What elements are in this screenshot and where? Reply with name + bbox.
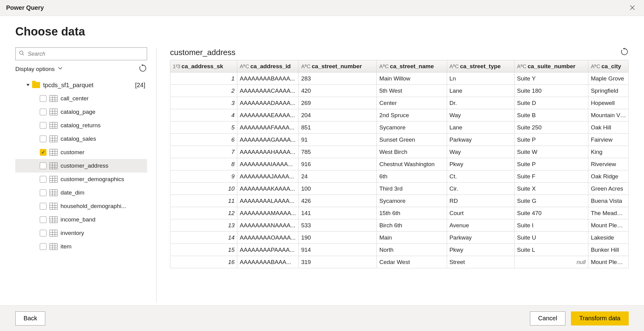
table-row[interactable]: 15AAAAAAAAPAAAA...914NorthPkwySuite LBun… xyxy=(170,244,629,256)
table-cell[interactable]: Suite B xyxy=(514,109,588,121)
table-cell[interactable]: 7 xyxy=(170,146,237,158)
table-cell[interactable]: Parkway xyxy=(447,134,514,146)
table-cell[interactable]: Birch 6th xyxy=(377,219,447,232)
table-cell[interactable]: Mount Pleasant xyxy=(588,219,629,232)
table-cell[interactable]: 13 xyxy=(170,219,237,232)
tree-item-checkbox[interactable] xyxy=(40,230,46,236)
table-cell[interactable]: Suite F xyxy=(514,170,588,183)
tree-item-checkbox[interactable] xyxy=(40,136,46,142)
table-cell[interactable]: 533 xyxy=(298,219,377,232)
column-header[interactable]: 1²3ca_address_sk xyxy=(170,60,237,73)
tree-item-checkbox[interactable] xyxy=(40,95,46,102)
table-cell[interactable]: Suite 470 xyxy=(514,207,588,219)
table-cell[interactable]: 3 xyxy=(170,97,237,109)
table-cell[interactable]: Fairview xyxy=(588,134,629,146)
table-cell[interactable]: 420 xyxy=(298,85,377,97)
table-row[interactable]: 2AAAAAAAACAAAA...4205th WestLaneSuite 18… xyxy=(170,85,629,97)
table-cell[interactable]: 6th xyxy=(377,170,447,183)
table-cell[interactable]: Cir. xyxy=(447,183,514,195)
table-row[interactable]: 6AAAAAAAAGAAAA...91Sunset GreenParkwaySu… xyxy=(170,134,629,146)
preview-table[interactable]: 1²3ca_address_skAᴮCca_address_idAᴮCca_st… xyxy=(170,60,629,268)
table-cell[interactable]: Court xyxy=(447,207,514,219)
table-row[interactable]: 14AAAAAAAAOAAAA...190MainParkwaySuite UL… xyxy=(170,232,629,244)
table-row[interactable]: 11AAAAAAAALAAAA...426SycamoreRDSuite GBu… xyxy=(170,195,629,207)
refresh-tree-button[interactable] xyxy=(139,64,147,74)
table-cell[interactable]: AAAAAAAAHAAAA... xyxy=(237,146,299,158)
table-cell[interactable]: 15 xyxy=(170,244,237,256)
table-cell[interactable]: Street xyxy=(447,256,514,268)
tree-item-checkbox[interactable] xyxy=(40,109,46,115)
tree-item-checkbox[interactable] xyxy=(40,243,46,250)
table-cell[interactable]: Suite P xyxy=(514,158,588,170)
table-cell[interactable]: Green Acres xyxy=(588,183,629,195)
table-cell[interactable]: AAAAAAAAOAAAA... xyxy=(237,232,299,244)
table-cell[interactable]: 1 xyxy=(170,73,237,85)
tree-item-inventory[interactable]: inventory xyxy=(15,226,147,240)
column-header[interactable]: AᴮCca_address_id xyxy=(237,60,299,73)
table-cell[interactable]: AAAAAAAAPAAAA... xyxy=(237,244,299,256)
refresh-preview-button[interactable] xyxy=(620,47,629,58)
table-cell[interactable]: 2 xyxy=(170,85,237,97)
table-cell[interactable]: Suite 250 xyxy=(514,121,588,134)
tree-item-catalog_sales[interactable]: catalog_sales xyxy=(15,132,147,146)
table-cell[interactable]: 100 xyxy=(298,183,377,195)
table-cell[interactable]: Suite D xyxy=(514,97,588,109)
table-cell[interactable]: 204 xyxy=(298,109,377,121)
table-cell[interactable]: 91 xyxy=(298,134,377,146)
column-header[interactable]: AᴮCca_street_name xyxy=(377,60,447,73)
table-cell[interactable]: Oak Ridge xyxy=(588,170,629,183)
table-cell[interactable]: Hopewell xyxy=(588,97,629,109)
table-cell[interactable]: 11 xyxy=(170,195,237,207)
table-cell[interactable]: Sycamore xyxy=(377,195,447,207)
table-cell[interactable]: AAAAAAAAJAAAA... xyxy=(237,170,299,183)
column-header[interactable]: AᴮCca_street_number xyxy=(298,60,377,73)
table-cell[interactable]: 851 xyxy=(298,121,377,134)
table-cell[interactable]: Pkwy xyxy=(447,158,514,170)
table-cell[interactable]: Riverview xyxy=(588,158,629,170)
table-cell[interactable]: AAAAAAAAKAAAA... xyxy=(237,183,299,195)
table-cell[interactable]: Lakeside xyxy=(588,232,629,244)
column-header[interactable]: AᴮCca_suite_number xyxy=(514,60,588,73)
table-cell[interactable]: Chestnut Washington xyxy=(377,158,447,170)
tree-item-catalog_page[interactable]: catalog_page xyxy=(15,105,147,119)
display-options-button[interactable] xyxy=(58,66,63,72)
close-button[interactable] xyxy=(627,3,638,13)
table-cell[interactable]: 10 xyxy=(170,183,237,195)
table-cell[interactable]: 14 xyxy=(170,232,237,244)
table-cell[interactable]: 914 xyxy=(298,244,377,256)
table-cell[interactable]: Main xyxy=(377,232,447,244)
table-row[interactable]: 7AAAAAAAAHAAAA...785West BirchWaySuite W… xyxy=(170,146,629,158)
table-cell[interactable]: Suite I xyxy=(514,219,588,232)
table-cell[interactable]: AAAAAAAADAAAA... xyxy=(237,97,299,109)
table-cell[interactable]: Avenue xyxy=(447,219,514,232)
table-cell[interactable]: 5 xyxy=(170,121,237,134)
tree-item-checkbox[interactable] xyxy=(40,162,46,169)
table-cell[interactable]: AAAAAAAAGAAAA... xyxy=(237,134,299,146)
table-cell[interactable]: 785 xyxy=(298,146,377,158)
tree-item-call_center[interactable]: call_center xyxy=(15,92,147,105)
table-cell[interactable]: 141 xyxy=(298,207,377,219)
table-cell[interactable]: Suite L xyxy=(514,244,588,256)
table-row[interactable]: 9AAAAAAAAJAAAA...246thCt.Suite FOak Ridg… xyxy=(170,170,629,183)
table-cell[interactable]: Lane xyxy=(447,85,514,97)
table-cell[interactable]: Pkwy xyxy=(447,244,514,256)
table-cell[interactable]: Third 3rd xyxy=(377,183,447,195)
table-cell[interactable]: Suite X xyxy=(514,183,588,195)
table-cell[interactable]: 319 xyxy=(298,256,377,268)
table-row[interactable]: 5AAAAAAAAFAAAA...851SycamoreLaneSuite 25… xyxy=(170,121,629,134)
tree-item-catalog_returns[interactable]: catalog_returns xyxy=(15,119,147,132)
table-cell[interactable]: Bunker Hill xyxy=(588,244,629,256)
table-cell[interactable]: AAAAAAAAFAAAA... xyxy=(237,121,299,134)
table-cell[interactable]: Lane xyxy=(447,121,514,134)
tree-folder[interactable]: tpcds_sf1_parquet [24] xyxy=(15,78,147,92)
table-row[interactable]: 3AAAAAAAADAAAA...269CenterDr.Suite DHope… xyxy=(170,97,629,109)
table-cell[interactable]: RD xyxy=(447,195,514,207)
table-cell[interactable]: Suite W xyxy=(514,146,588,158)
table-cell[interactable]: Springfield xyxy=(588,85,629,97)
table-cell[interactable]: Ct. xyxy=(447,170,514,183)
tree-item-income_band[interactable]: income_band xyxy=(15,213,147,226)
table-cell[interactable]: 9 xyxy=(170,170,237,183)
table-cell[interactable]: AAAAAAAALAAAA... xyxy=(237,195,299,207)
table-row[interactable]: 8AAAAAAAAIAAAA...916Chestnut WashingtonP… xyxy=(170,158,629,170)
table-cell[interactable]: Ln xyxy=(447,73,514,85)
